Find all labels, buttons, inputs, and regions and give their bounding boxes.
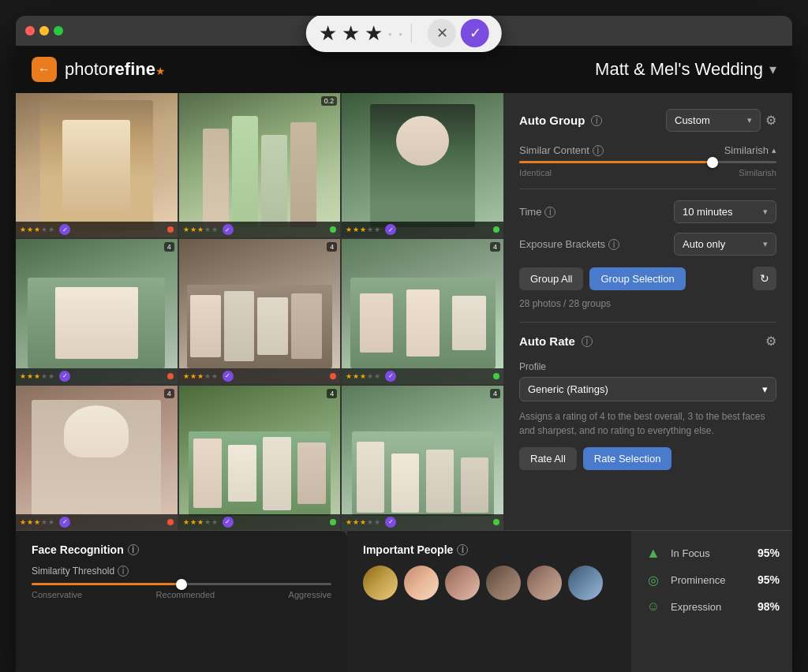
avatar-2[interactable] <box>404 566 439 600</box>
group-buttons-row: Group All Group Selection ↻ <box>519 267 776 290</box>
photo-7-count: 4 <box>164 389 174 398</box>
photo-3-color-dot <box>493 226 499 233</box>
photo-3-stars: ★ ★ ★ ★ ★ <box>346 226 380 233</box>
photo-7-badge: ✓ <box>59 517 70 528</box>
rate-selection-button[interactable]: Rate Selection <box>583 447 672 470</box>
photo-cell-2[interactable]: 0.2 ★ ★ ★ ★ ★ ✓ <box>179 93 341 237</box>
metric-row-infocus: ▲ In Focus 95% <box>644 543 780 562</box>
photo-6-count: 4 <box>490 242 500 252</box>
refresh-icon: ↻ <box>760 272 769 285</box>
exposure-dropdown[interactable]: Auto only ▾ <box>674 233 776 256</box>
important-people-panel: Important People i <box>347 530 631 672</box>
avatar-4[interactable] <box>486 566 521 600</box>
avatar-5[interactable] <box>527 566 562 600</box>
chevron-down-icon[interactable]: ▾ <box>769 61 776 78</box>
similar-content-label: Similar Content i <box>519 144 604 156</box>
refresh-button[interactable]: ↻ <box>753 267 776 290</box>
confirm-button[interactable]: ✓ <box>461 19 489 47</box>
time-row: Time i 10 minutes ▾ <box>519 200 776 223</box>
important-people-info-icon[interactable]: i <box>457 544 468 555</box>
auto-rate-title: Auto Rate <box>519 334 575 348</box>
expression-icon: ☺ <box>644 597 663 616</box>
bottom-area: Face Recognition i Similarity Threshold … <box>16 530 792 672</box>
time-info-icon[interactable]: i <box>544 207 556 218</box>
group-all-button[interactable]: Group All <box>519 267 583 290</box>
photo-8-color-dot <box>330 519 336 525</box>
prominence-label: Prominence <box>671 574 750 586</box>
photo-cell-9[interactable]: 4 ★ ★ ★ ★ ★ ✓ <box>342 386 503 530</box>
close-window-button[interactable] <box>25 26 35 35</box>
photo-4-badge: ✓ <box>59 371 70 382</box>
chevron-down-icon: ▾ <box>747 115 752 125</box>
avatar-1[interactable] <box>363 566 398 600</box>
auto-group-title: Auto Group <box>519 114 585 127</box>
photo-6-bar: ★ ★ ★ ★ ★ ✓ <box>342 368 503 384</box>
photo-5-color-dot <box>330 373 336 379</box>
prominence-icon: ◎ <box>644 570 663 589</box>
exposure-info-icon[interactable]: i <box>608 239 619 250</box>
face-recognition-info-icon[interactable]: i <box>128 544 139 555</box>
photo-cell-5[interactable]: 4 ★ ★ ★ ★ ★ ✓ <box>179 239 341 383</box>
similar-content-value: Similarish <box>724 144 769 156</box>
photo-9-count: 4 <box>490 389 500 398</box>
back-button[interactable]: ← <box>32 57 57 82</box>
star-2-icon[interactable]: ★ <box>342 21 360 46</box>
in-focus-value: 95% <box>758 547 780 559</box>
rate-all-button[interactable]: Rate All <box>519 447 577 470</box>
project-title: Matt & Mel's Wedding ▾ <box>595 59 776 80</box>
time-label: Time i <box>519 206 556 218</box>
profile-dropdown[interactable]: Generic (Ratings) ▾ <box>519 377 776 401</box>
close-button[interactable]: ✕ <box>428 19 456 47</box>
maximize-window-button[interactable] <box>54 26 63 35</box>
logo-area: ← photorefine★ <box>32 57 166 82</box>
photo-2-stars: ★ ★ ★ ★ ★ <box>183 226 218 233</box>
auto-rate-info-icon[interactable]: i <box>582 336 593 347</box>
face-recognition-title: Face Recognition i <box>32 543 331 556</box>
photo-5-badge: ✓ <box>223 371 234 382</box>
auto-group-info-icon[interactable]: i <box>591 115 602 126</box>
chevron-down-icon: ▾ <box>763 239 768 249</box>
group-selection-button[interactable]: Group Selection <box>589 267 685 290</box>
in-focus-icon: ▲ <box>644 543 663 562</box>
metric-row-expression: ☺ Expression 98% <box>644 597 780 616</box>
photo-cell-3[interactable]: ★ ★ ★ ★ ★ ✓ <box>342 93 503 237</box>
photo-2-count: 0.2 <box>321 96 338 106</box>
photo-3-badge: ✓ <box>385 224 396 235</box>
star-1-icon[interactable]: ★ <box>319 21 337 46</box>
star-5-icon[interactable]: · <box>398 21 403 46</box>
auto-group-preset-dropdown[interactable]: Custom ▾ <box>666 109 761 132</box>
chevron-up-icon[interactable]: ▴ <box>772 145 776 155</box>
photo-cell-7[interactable]: 4 ★ ★ ★ ★ ★ ✓ <box>16 386 178 530</box>
star-4-icon[interactable]: · <box>387 21 393 46</box>
rate-description: Assigns a rating of 4 to the best overal… <box>519 409 776 438</box>
photo-4-bar: ★ ★ ★ ★ ★ ✓ <box>16 368 178 384</box>
star-3-icon[interactable]: ★ <box>365 21 383 46</box>
similar-content-slider[interactable]: Identical Similarish <box>519 161 776 177</box>
photo-cell-1[interactable]: ★ ★ ★ ★ ★ ✓ <box>16 93 178 237</box>
avatar-3[interactable] <box>445 566 480 600</box>
auto-rate-gear-icon[interactable]: ⚙ <box>765 334 776 349</box>
photo-cell-8[interactable]: 4 ★ ★ ★ ★ ★ ✓ <box>179 386 341 530</box>
photo-5-bar: ★ ★ ★ ★ ★ ✓ <box>179 368 341 384</box>
minimize-window-button[interactable] <box>39 26 49 35</box>
face-recognition-panel: Face Recognition i Similarity Threshold … <box>16 530 347 672</box>
window-controls <box>25 26 63 35</box>
similar-content-info-icon[interactable]: i <box>593 145 604 156</box>
photo-cell-6[interactable]: 4 ★ ★ ★ ★ ★ ✓ <box>342 239 503 383</box>
auto-group-gear-icon[interactable]: ⚙ <box>765 113 776 128</box>
avatar-6[interactable] <box>568 566 603 600</box>
expression-value: 98% <box>758 600 780 613</box>
app-header: ← photorefine★ Matt & Mel's Wedding ▾ <box>16 46 792 93</box>
photo-5-count: 4 <box>327 242 337 252</box>
metrics-panel: ▲ In Focus 95% ◎ Prominence 95% ☺ Expres… <box>631 530 792 672</box>
profile-label: Profile <box>519 361 776 372</box>
threshold-info-icon[interactable]: i <box>118 566 129 577</box>
photo-cell-4[interactable]: 4 ★ ★ ★ ★ ★ ✓ <box>16 239 178 383</box>
threshold-slider[interactable] <box>32 583 331 585</box>
top-rating-bar: ★ ★ ★ · · ✕ ✓ <box>306 16 502 52</box>
logo-text: photorefine★ <box>65 59 166 80</box>
photo-1-badge: ✓ <box>59 224 70 235</box>
photo-3-bar: ★ ★ ★ ★ ★ ✓ <box>342 222 503 237</box>
back-icon: ← <box>38 62 50 77</box>
time-dropdown[interactable]: 10 minutes ▾ <box>674 200 776 223</box>
